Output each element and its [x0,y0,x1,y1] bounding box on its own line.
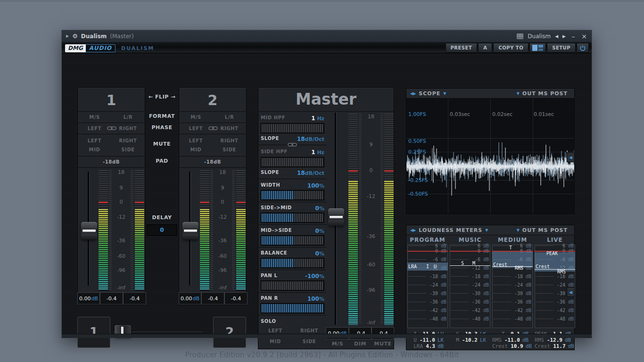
select-channel-2-button[interactable]: 2 [213,317,246,348]
prev-preset-icon[interactable]: ◀ [555,34,558,39]
solo-mid-button[interactable]: MID [258,339,292,344]
meter-ticks [380,114,383,325]
pad-button[interactable]: -18dB [179,159,246,165]
status-text: Producer Edition v20.9.2 [build 2963] - … [0,351,644,359]
loudness-mode[interactable]: OUT MS POST [522,227,568,233]
master-ms-button[interactable]: M/S [326,341,349,347]
plugin-header: DMG AUDIO DUALISM PRESET A COPY TO SETUP [62,42,592,53]
balance-label: BALANCE [261,250,287,255]
side-to-mid-slider[interactable] [261,213,324,223]
slope-value[interactable]: 18dB/Oct [297,168,324,177]
channel-2-fader-handle[interactable] [182,222,198,239]
loudness-scale-label: -30 dB [511,291,531,296]
solo-right-button[interactable]: RIGHT [292,328,326,333]
loudness-next-icon[interactable]: ▶ [413,228,416,232]
balance-value[interactable]: 0% [315,248,324,257]
channel-1-peak-right: -0.4 [123,292,146,304]
scope-dropdown-icon[interactable]: ▼ [443,91,446,96]
solo-side-button[interactable]: SIDE [292,339,326,344]
layout-button[interactable] [529,43,546,53]
mid-to-side-value[interactable]: 0% [315,226,324,235]
loudness-scale-label: -18 dB [553,274,574,279]
format-label: FORMAT [147,113,177,119]
mute-mid-button[interactable]: MID [78,147,111,152]
channel-1-meter-left [99,170,108,290]
meter-scale-label: -12 [213,214,232,220]
mid-to-side-slider[interactable] [261,235,324,246]
channel-1-fader-handle[interactable] [81,222,97,239]
scope-mode[interactable]: OUT MS POST [522,90,568,97]
loudness-mode-dropdown-icon[interactable]: ▼ [517,228,520,232]
mute-mid-button[interactable]: MID [179,147,213,152]
pan-r-slider[interactable] [261,303,324,313]
balance-slider[interactable] [261,258,324,268]
loudness-dropdown-icon[interactable]: ▼ [485,228,488,232]
loudness-scale-label: -42 dB [426,308,446,313]
copy-to-button[interactable]: COPY TO [493,43,528,53]
gear-icon[interactable]: ⚙ [72,33,78,39]
link-icon[interactable] [107,126,116,131]
phase-left-button[interactable]: LEFT [179,126,213,131]
delay-value[interactable]: 0 [147,224,177,236]
flip-button[interactable]: ← FLIP → [147,94,177,100]
detailed-view-icon[interactable] [517,33,523,39]
setup-button[interactable]: SETUP [547,43,576,53]
meter-title: MEDIUM [492,237,533,243]
mid-hpf-value[interactable]: 1 Hz [311,113,324,122]
width-slider[interactable] [261,190,324,200]
next-preset-icon[interactable]: ▶ [562,34,566,39]
scope-mode-dropdown-icon[interactable]: ▼ [517,91,520,96]
channel-1-panel: 1 M/S L/R LEFT RIGHT LEFT RIGHT [77,87,145,305]
lr-button[interactable]: L/R [111,115,145,120]
plugin-selector[interactable]: Dualism [528,33,551,40]
preset-button[interactable]: PRESET [446,43,478,53]
scope-next-icon[interactable]: ▶ [413,91,416,96]
loudness-collapse-button[interactable]: ◀ [567,287,575,297]
link-icon[interactable] [208,126,218,131]
mid-hpf-slider[interactable] [261,123,324,133]
phase-left-button[interactable]: LEFT [78,126,111,131]
mute-left-button[interactable]: LEFT [179,138,213,143]
master-mute-button[interactable]: MUTE [372,341,394,347]
scope-title[interactable]: SCOPE [419,90,440,97]
mute-right-button[interactable]: RIGHT [213,138,246,143]
pad-button[interactable]: -18dB [78,159,145,165]
close-button[interactable]: × [581,33,587,40]
mute-right-button[interactable]: RIGHT [111,138,145,143]
select-channel-1-button[interactable]: 1 [77,317,110,348]
loudness-readout: LRA4.3dB [407,343,448,349]
master-dim-button[interactable]: DIM [349,341,372,347]
side-hpf-slider[interactable] [261,157,324,167]
mute-side-button[interactable]: SIDE [213,147,246,152]
power-button[interactable] [577,43,589,53]
bank-a-button[interactable]: A [478,43,492,53]
pan-r-value[interactable]: 100% [307,294,324,303]
slope-value[interactable]: 18dB/Oct [297,134,324,143]
minimize-button[interactable]: – [570,33,577,40]
channel-1-gain-readout[interactable]: 0.00dB [77,292,100,304]
meter-scale-label: -36 [362,233,380,239]
solo-left-button[interactable]: LEFT [258,328,292,333]
mute-side-button[interactable]: SIDE [111,147,145,152]
ms-button[interactable]: M/S [78,115,111,120]
ms-button[interactable]: M/S [179,115,213,120]
width-value[interactable]: 100% [307,181,324,189]
loudness-title[interactable]: LOUDNESS METERS [419,227,482,233]
pan-l-value[interactable]: -100% [305,271,324,280]
collapse-arrow-icon[interactable]: ▶ [66,34,69,38]
product-name: DUALISM [121,45,154,51]
side-hpf-value[interactable]: 1 Hz [311,147,324,156]
side-to-mid-value[interactable]: 0% [315,203,324,212]
mute-left-button[interactable]: LEFT [78,138,111,143]
master-fader-handle[interactable] [328,208,344,226]
loudness-scale-label: -12 dB [468,265,489,271]
loudness-value-line [450,265,490,266]
meter-scale: 1890-12-36-60-96-inf [362,114,380,325]
channel-2-gain-readout[interactable]: 0.00dB [179,292,201,304]
lr-button[interactable]: L/R [213,115,246,120]
pan-l-slider[interactable] [261,280,324,291]
link-icon[interactable] [288,142,297,147]
loudness-scale-label: -24 dB [468,282,489,288]
slope-label: SLOPE [261,136,279,141]
scope-collapse-button[interactable]: ◀ [567,152,575,162]
